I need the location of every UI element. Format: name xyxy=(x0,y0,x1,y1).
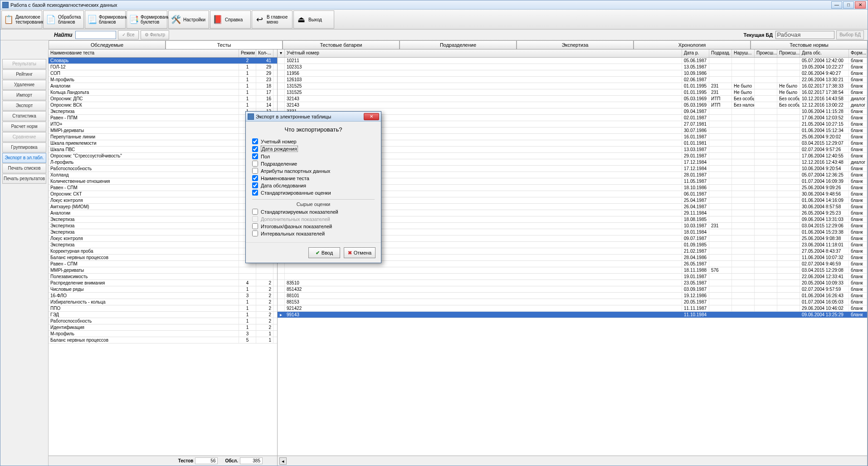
find-input[interactable] xyxy=(75,31,116,39)
export-check-5[interactable]: Наименование теста xyxy=(252,175,375,181)
test-row[interactable]: Баланс нервных процессов xyxy=(49,255,277,261)
sidebar-item-8[interactable]: Группировка xyxy=(2,142,46,152)
test-row[interactable]: Равен - СПМ xyxy=(49,261,277,267)
toolbar-button-1[interactable]: 📄Обработкабланков xyxy=(43,10,84,29)
test-row[interactable]: Шкала приемлемости xyxy=(49,140,277,147)
close-button[interactable]: ✕ xyxy=(855,1,866,9)
checkbox[interactable] xyxy=(252,168,258,174)
subject-row[interactable]: 12610302.06.198722.06.2004 13:30:21бланк xyxy=(278,77,867,83)
checkbox[interactable] xyxy=(252,182,258,188)
toolbar-button-0[interactable]: 📋Диалоговоетестирование xyxy=(1,10,42,29)
test-row[interactable]: М-профиль31 xyxy=(49,331,277,337)
test-row[interactable]: Перепутанные линии xyxy=(49,134,277,140)
test-row[interactable]: Экспертиза xyxy=(49,216,277,223)
minimize-button[interactable]: — xyxy=(831,1,842,9)
checkbox[interactable] xyxy=(252,231,258,236)
test-row[interactable]: Распределение внимания42 xyxy=(49,280,277,286)
test-row[interactable]: ППО12 xyxy=(49,305,277,312)
col-mode[interactable]: Режим xyxy=(239,49,256,57)
subject-row[interactable]: 3214305.03.1969ИТПБез наложеБез особых12… xyxy=(278,102,867,108)
sidebar-item-1[interactable]: Рейтинг xyxy=(2,69,46,79)
test-row[interactable]: Равен - ППМ xyxy=(49,115,277,121)
checkbox[interactable] xyxy=(252,209,258,215)
test-row[interactable]: Экспертиза xyxy=(49,242,277,248)
test-row[interactable]: М-профиль123 xyxy=(49,77,277,83)
col-marker[interactable]: ▾ xyxy=(278,49,285,57)
cancel-button[interactable]: ✖Отмена xyxy=(344,247,375,258)
export-check-6[interactable]: Дата обследования xyxy=(252,182,375,188)
all-button[interactable]: ✓ Все xyxy=(118,30,139,39)
subject-row[interactable]: 13152501.01.1995231Не былоНе было16.02.2… xyxy=(278,83,867,89)
test-row[interactable]: Корректурная проба xyxy=(49,248,277,255)
tests-grid-body[interactable]: Словарь241ГОЛ-12129СОП129М-профиль123Ана… xyxy=(49,58,277,456)
tab-2[interactable]: Тестовые батареи xyxy=(283,40,400,49)
test-row[interactable]: Опросник: ДПС116 xyxy=(49,96,277,102)
test-row[interactable]: ГЭД12 xyxy=(49,312,277,318)
checkbox[interactable] xyxy=(252,223,258,229)
test-row[interactable]: ИТО+ xyxy=(49,121,277,128)
test-row[interactable]: Опросник: СКТ xyxy=(49,191,277,197)
toolbar-button-7[interactable]: ⏏Выход xyxy=(293,10,334,29)
sidebar-item-2[interactable]: Удаление xyxy=(2,80,46,90)
tab-3[interactable]: Подразделение xyxy=(400,40,517,49)
checkbox[interactable] xyxy=(252,153,258,159)
test-row[interactable]: Опросник: "Стрессоустойчивость" xyxy=(49,153,277,159)
toolbar-button-4[interactable]: 🛠️Настройки xyxy=(168,10,209,29)
export-check-2[interactable]: Пол xyxy=(252,153,375,159)
col-incidents[interactable]: Происш... xyxy=(755,49,777,57)
test-row[interactable]: Локус контроля xyxy=(49,197,277,204)
subject-row[interactable]: ▸9914311.10.198409.06.2004 13:25:29бланк xyxy=(278,312,867,318)
test-row[interactable]: Опросник: ВСК114 xyxy=(49,102,277,108)
test-row[interactable]: MMPI-дериваты xyxy=(49,128,277,134)
toolbar-button-6[interactable]: ↩В главноеменю xyxy=(252,10,293,29)
export-check-7[interactable]: Стандартизированные оценки xyxy=(252,190,375,196)
subject-row[interactable]: 1021105.06.198705.07.2004 12:42:00бланк xyxy=(278,58,867,64)
subject-row[interactable]: 19.01.198722.06.2004 12:33:41бланк xyxy=(278,274,867,280)
test-row[interactable]: Аналогии118 xyxy=(49,83,277,89)
tab-4[interactable]: Экспертиза xyxy=(517,40,634,49)
subject-row[interactable]: 1195610.09.198602.06.2004 9:40:27бланк xyxy=(278,70,867,77)
subject-row[interactable]: 10231313.05.198719.05.2004 10:22:27бланк xyxy=(278,64,867,70)
raw-check-2[interactable]: Итоговых/фазных показателей xyxy=(252,223,375,229)
tab-0[interactable]: Обследуемые xyxy=(49,40,166,49)
test-row[interactable]: Избирательность - кольца12 xyxy=(49,299,277,305)
subject-row[interactable]: 18.11.198857603.04.2015 12:29:08бланк xyxy=(278,267,867,274)
test-row[interactable]: Полезависимость xyxy=(49,274,277,280)
test-row[interactable]: Локус контроля xyxy=(49,235,277,242)
test-row[interactable]: Количественные отношения xyxy=(49,178,277,185)
subject-row[interactable]: 3214305.03.1969ИТПБез особыхБез особых10… xyxy=(278,96,867,102)
test-row[interactable]: Работоспособность12 xyxy=(49,318,277,324)
subject-row[interactable]: 8815320.05.198701.07.2004 16:05:03бланк xyxy=(278,299,867,305)
dialog-close-button[interactable]: ✕ xyxy=(364,113,379,120)
test-row[interactable]: Работоспособность xyxy=(49,166,277,172)
test-row[interactable]: MMPI-дериваты xyxy=(49,267,277,274)
test-row[interactable]: СОП129 xyxy=(49,70,277,77)
sidebar-item-11[interactable]: Печать результатов xyxy=(2,174,46,184)
subject-row[interactable]: 8810119.12.198601.06.2004 16:26:43бланк xyxy=(278,293,867,299)
test-row[interactable]: Шкала ПВС xyxy=(49,147,277,153)
tab-6[interactable]: Тестовые нормы xyxy=(751,40,868,49)
export-check-3[interactable]: Подразделение xyxy=(252,161,375,167)
sidebar-item-3[interactable]: Импорт xyxy=(2,90,46,100)
test-row[interactable]: Л-профиль xyxy=(49,159,277,166)
test-row[interactable]: ГОЛ-12129 xyxy=(49,64,277,70)
col-form[interactable]: Форм... xyxy=(849,49,867,57)
export-check-0[interactable]: Учетный номер xyxy=(252,138,375,144)
filter-button[interactable]: ⚙ Фильтр xyxy=(141,30,169,39)
checkbox[interactable] xyxy=(252,146,258,152)
maximize-button[interactable]: □ xyxy=(843,1,854,9)
col-count[interactable]: Кол-... xyxy=(256,49,273,57)
ok-button[interactable]: ✔Ввод xyxy=(308,247,340,258)
test-row[interactable]: Идентификация12 xyxy=(49,324,277,331)
checkbox[interactable] xyxy=(252,190,258,196)
test-row[interactable]: Словарь241 xyxy=(49,58,277,64)
checkbox[interactable] xyxy=(252,161,258,167)
export-check-4[interactable]: Атрибуты паспортных данных xyxy=(252,168,375,174)
col-obs-date[interactable]: Дата обс. xyxy=(800,49,849,57)
test-row[interactable]: Числовые ряды12 xyxy=(49,286,277,293)
subject-row[interactable]: 85143203.09.198702.07.2004 9:57:59бланк xyxy=(278,286,867,293)
test-row[interactable]: Баланс нервных процессов51 xyxy=(49,337,277,343)
raw-check-0[interactable]: Стандартизируемых показателей xyxy=(252,209,375,215)
col-account-number[interactable]: Учётный номер xyxy=(285,49,682,57)
scroll-left-icon[interactable]: ◂ xyxy=(279,457,287,465)
